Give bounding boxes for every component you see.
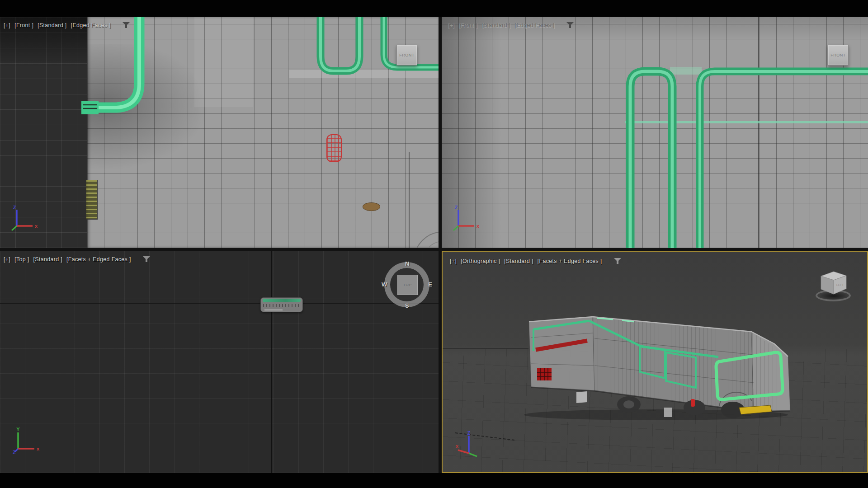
pov-menu[interactable]: [+] [4,22,10,28]
bus-red-marker-light[interactable] [691,399,695,407]
viewport-label[interactable]: [+] [Front ] [Standard ] [Edged Faces ] [448,22,574,28]
shading-menu[interactable]: [Edged Faces ] [515,22,555,28]
horizon-line [443,348,528,349]
x-axis-label: x [35,223,38,229]
selected-edge-u-frame-highlight [321,17,359,71]
bus-rear-white-panel [576,391,587,403]
selected-edge-tube-corner[interactable] [89,17,139,108]
shading-menu[interactable]: [Edged Faces ] [71,22,111,28]
tube-end-cap[interactable] [81,101,99,114]
viewport-label[interactable]: [+] [Orthographic ] [Standard ] [Facets … [450,258,622,264]
z-axis-label: Z [13,205,16,210]
x-axis-label: x [37,446,40,451]
world-axis-horizontal [0,303,439,304]
viewport-top[interactable]: TOP N S W E Y x Z [+] [Top ] [Standard ]… [0,251,439,473]
viewcube-compass[interactable]: TOP N S W E [384,262,429,307]
selected-edge-tube-corner-highlight [89,17,139,108]
y-axis-line [453,226,458,230]
pov-menu[interactable]: [+] [448,22,454,28]
view-menu[interactable]: [Top ] [14,256,29,263]
bus-top-view[interactable] [260,297,303,312]
viewcube-front[interactable]: FRONT [396,45,417,66]
viewcube-3d[interactable]: LEFT [815,269,854,305]
viewport-front-right[interactable]: FRONT Z x [+] [Front ] [Standard ] [Edge… [442,17,868,248]
wheel-wireframe-inner [424,241,439,248]
bus-top-selected-edge [263,299,301,302]
per-view-filter-icon[interactable] [566,22,574,28]
selected-edges-layer [0,17,439,248]
wheel-wireframe-outer[interactable] [414,232,439,248]
selected-edge-arch-frame[interactable] [630,71,672,248]
viewcube-face-label: LEFT [836,283,844,286]
selected-edge-u-frame[interactable] [321,17,359,71]
world-axis-vertical [271,251,272,473]
bus-rear-wheel-hub [623,400,634,408]
viewcube-face-label: FRONT [830,53,846,57]
viewport-splitter-vertical-bottom[interactable] [439,248,442,473]
viewport-splitter-vertical-top[interactable] [439,17,442,248]
selected-edge-rail-highlight [700,71,868,248]
viewport-front-left[interactable]: FRONT Z x [+] [Front ] [Standard ] [Edge… [0,17,439,248]
axis-gizmo-ortho: Z x [453,430,485,461]
selected-edge-arch-highlight [630,71,672,248]
bus-model[interactable] [520,310,792,421]
per-view-filter-icon[interactable] [122,22,130,28]
tube-joint-glow [670,67,702,75]
viewport-label[interactable]: [+] [Top ] [Standard ] [Facets + Edged F… [4,256,151,263]
bus-top-light-line [264,310,283,310]
viewcube-cube[interactable]: LEFT [820,269,848,296]
y-axis-line [12,226,17,230]
render-preset-menu[interactable]: [Standard ] [504,258,533,264]
render-preset-menu[interactable]: [Standard ] [481,22,510,28]
x-axis-label: x [476,223,480,229]
bus-step-panel [664,408,672,417]
striped-grille-part[interactable] [86,180,98,220]
axis-gizmo-front: Z x [6,204,40,234]
viewport-orthographic-active[interactable]: LEFT Z x [+] [Orthographic ] [Standard ]… [442,251,868,473]
y-axis-label: Y [16,427,20,432]
compass-center-square[interactable]: TOP [397,275,418,295]
red-wireframe-lamp[interactable] [326,134,342,162]
compass-east[interactable]: E [428,281,432,288]
z-axis-label: Z [467,430,471,436]
selected-edge-rail-frame[interactable] [700,71,868,248]
z-axis-label: Z [455,205,458,210]
x-axis-label: x [456,443,459,449]
z-axis-label: Z [13,450,16,455]
selected-edges-layer [442,17,868,248]
pov-menu[interactable]: [+] [450,258,457,264]
per-view-filter-icon[interactable] [142,256,151,263]
brown-ellipse-part[interactable] [363,202,380,211]
letterbox-bottom [0,473,868,488]
shading-menu[interactable]: [Facets + Edged Faces ] [538,258,602,264]
max-viewport-layout: FRONT Z x [+] [Front ] [Standard ] [Edge… [0,0,868,488]
selected-edge-rail-line[interactable] [625,121,868,123]
bus-top-detail-lines [263,304,300,307]
render-preset-menu[interactable]: [Standard ] [38,22,66,28]
axis-gizmo-front: Z x [448,204,481,234]
axis-gizmo-top: Y x Z [8,426,43,458]
view-menu[interactable]: [Front ] [458,22,477,28]
compass-south[interactable]: S [405,302,409,309]
compass-west[interactable]: W [382,281,387,288]
viewport-splitter-horizontal[interactable] [0,248,868,251]
x-axis-line [458,450,469,453]
viewport-label[interactable]: [+] [Front ] [Standard ] [Edged Faces ] [4,22,130,28]
viewcube-front[interactable]: FRONT [828,45,849,66]
render-preset-menu[interactable]: [Standard ] [33,256,62,263]
compass-north[interactable]: N [405,260,409,267]
per-view-filter-icon[interactable] [613,258,622,264]
view-menu[interactable]: [Orthographic ] [461,258,500,264]
shading-menu[interactable]: [Facets + Edged Faces ] [66,256,131,263]
y-axis-line [469,453,477,456]
pov-menu[interactable]: [+] [4,256,10,263]
viewcube-face-label: FRONT [399,53,415,57]
compass-center-label: TOP [403,283,412,287]
view-menu[interactable]: [Front ] [14,22,33,28]
letterbox-top [0,0,868,17]
